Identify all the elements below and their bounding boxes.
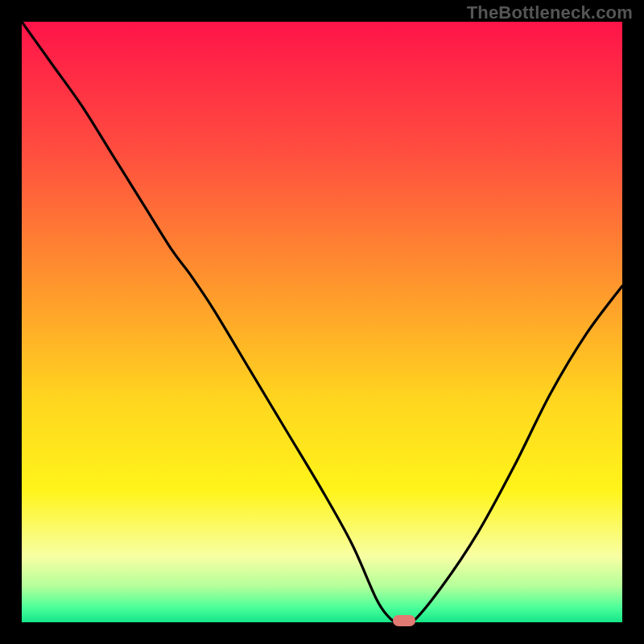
plot-area [22, 22, 622, 622]
optimal-marker [393, 615, 415, 626]
chart-frame: TheBottleneck.com [0, 0, 644, 644]
gradient-bg [22, 22, 622, 622]
watermark-text: TheBottleneck.com [467, 2, 633, 23]
chart-svg [22, 22, 622, 622]
